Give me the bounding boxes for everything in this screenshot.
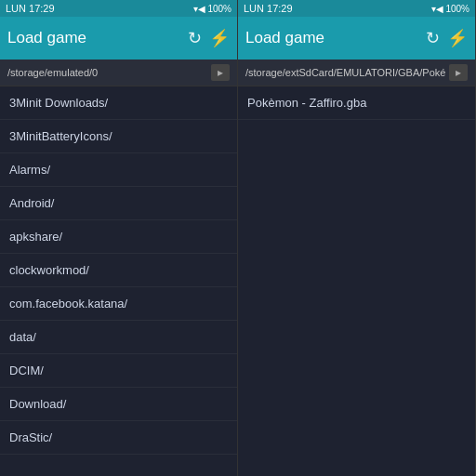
right-toolbar-actions: ↻ ⚡: [426, 28, 468, 48]
right-path-arrow[interactable]: ▸: [449, 64, 468, 81]
right-toolbar: Load game ↻ ⚡: [238, 17, 475, 60]
list-item[interactable]: 3MinitBatteryIcons/: [0, 120, 237, 153]
right-sort-icon[interactable]: ⚡: [447, 28, 468, 48]
list-item[interactable]: 3Minit Downloads/: [0, 86, 237, 120]
list-item[interactable]: Download/: [0, 388, 237, 421]
list-item[interactable]: com.facebook.katana/: [0, 287, 237, 321]
left-path-text: /storage/emulated/0: [7, 67, 98, 78]
left-toolbar-title: Load game: [7, 29, 86, 47]
right-file-list: Pokèmon - Zaffiro.gba: [238, 86, 475, 476]
list-item[interactable]: DCIM/: [0, 354, 237, 388]
left-toolbar: Load game ↻ ⚡: [0, 17, 237, 60]
left-sort-icon[interactable]: ⚡: [209, 28, 230, 48]
right-refresh-icon[interactable]: ↻: [426, 28, 440, 48]
left-path-bar: /storage/emulated/0 ▸: [0, 60, 237, 86]
list-item[interactable]: Alarms/: [0, 153, 237, 187]
left-refresh-icon[interactable]: ↻: [188, 28, 202, 48]
list-item[interactable]: Android/: [0, 187, 237, 220]
list-item[interactable]: clockworkmod/: [0, 254, 237, 287]
right-panel: LUN 17:29 ▾◀ 100% Load game ↻ ⚡ /storage…: [238, 0, 476, 476]
right-path-bar: /storage/extSdCard/EMULATORI/GBA/Poké ▸: [238, 60, 475, 86]
list-item[interactable]: Pokèmon - Zaffiro.gba: [238, 86, 475, 120]
right-status-bar: LUN 17:29 ▾◀ 100%: [238, 0, 475, 17]
left-toolbar-actions: ↻ ⚡: [188, 28, 230, 48]
left-status-bar: LUN 17:29 ▾◀ 100%: [0, 0, 237, 17]
list-item[interactable]: apkshare/: [0, 220, 237, 254]
list-item[interactable]: data/: [0, 321, 237, 354]
left-panel: LUN 17:29 ▾◀ 100% Load game ↻ ⚡ /storage…: [0, 0, 238, 476]
right-toolbar-title: Load game: [245, 29, 324, 47]
left-status-time: LUN 17:29: [6, 3, 55, 14]
right-status-time: LUN 17:29: [244, 3, 293, 14]
left-path-arrow[interactable]: ▸: [211, 64, 230, 81]
left-status-icons: ▾◀ 100%: [193, 4, 231, 14]
list-item[interactable]: DraStic/: [0, 421, 237, 455]
right-status-icons: ▾◀ 100%: [431, 4, 469, 14]
right-path-text: /storage/extSdCard/EMULATORI/GBA/Poké: [245, 67, 445, 78]
left-file-list: 3Minit Downloads/3MinitBatteryIcons/Alar…: [0, 86, 237, 476]
